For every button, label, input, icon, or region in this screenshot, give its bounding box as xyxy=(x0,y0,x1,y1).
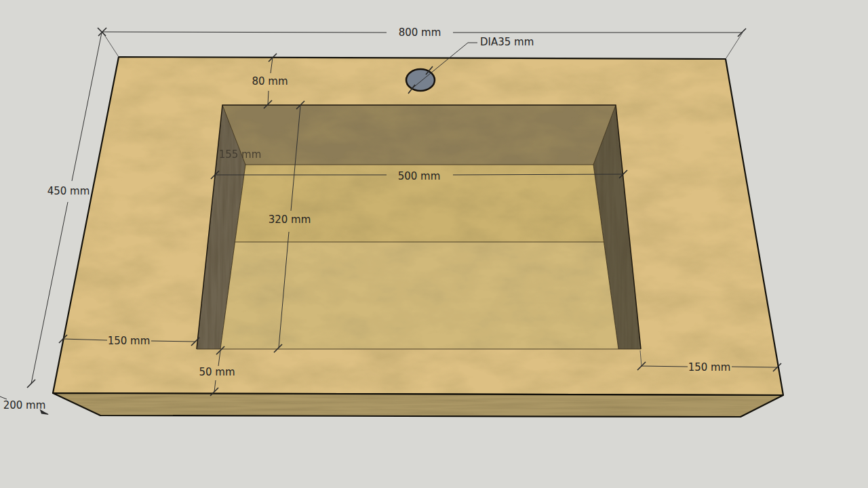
dim-label-overall-depth: 450 mm xyxy=(47,185,90,197)
model-viewport[interactable]: 800 mm DIA35 mm 80 mm 450 mm 155 mm 500 … xyxy=(0,0,868,488)
dim-label-overall-width: 800 mm xyxy=(399,26,441,39)
dim-label-basin-depth: 320 mm xyxy=(269,214,311,226)
dim-label-hole-diameter: DIA35 mm xyxy=(480,36,534,48)
scene-canvas: 800 mm DIA35 mm 80 mm 450 mm 155 mm 500 … xyxy=(0,0,868,488)
dim-label-wall-inset: 155 mm xyxy=(219,148,262,161)
dimension-155mm: 155 mm xyxy=(219,148,262,161)
countertop-front-face xyxy=(47,390,790,420)
faucet-hole xyxy=(406,69,435,91)
basin-back-wall xyxy=(214,100,624,171)
dim-label-front-margin: 50 mm xyxy=(199,366,235,378)
dim-label-hole-setback: 80 mm xyxy=(252,75,288,87)
dim-label-thickness: 200 mm xyxy=(3,399,46,411)
dim-label-right-margin: 150 mm xyxy=(688,361,731,373)
basin-floor xyxy=(214,159,627,356)
dim-label-basin-width: 500 mm xyxy=(398,170,441,182)
dim-label-left-margin: 150 mm xyxy=(108,335,151,347)
